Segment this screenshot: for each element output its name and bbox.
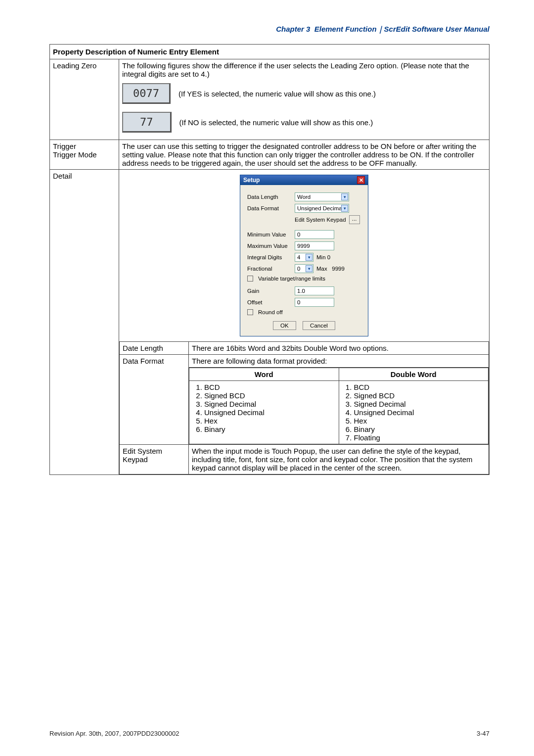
cancel-button[interactable]: Cancel [303, 321, 335, 330]
row-label-trigger: TriggerTrigger Mode [50, 140, 119, 170]
label-variable-limits: Variable target/range limits [258, 276, 325, 282]
yes-note: (If YES is selected, the numeric value w… [178, 90, 376, 98]
setup-dialog: Setup ✕ Data Length ▾ Data Format ▾ Edit… [240, 175, 368, 336]
chevron-down-icon[interactable]: ▾ [341, 205, 348, 212]
row-content-leading-zero: The following figures show the differenc… [119, 59, 490, 140]
input-min-value[interactable] [295, 230, 334, 239]
label-offset: Offset [247, 299, 292, 305]
sub-desc-edit-keypad: When the input mode is Touch Popup, the … [189, 445, 489, 474]
word-list-cell: BCD Signed BCD Signed Decimal Unsigned D… [189, 381, 339, 444]
list-item: Signed BCD [204, 391, 336, 400]
page-number: 3-47 [477, 730, 490, 737]
chapter: Chapter 3 [276, 25, 310, 33]
input-gain[interactable] [295, 286, 334, 295]
label-gain: Gain [247, 288, 292, 294]
list-item: BCD [204, 383, 336, 391]
input-offset[interactable] [295, 298, 334, 307]
page-header: Chapter 3 Element Function｜ScrEdit Softw… [49, 25, 490, 34]
list-item: Hex [204, 417, 336, 425]
dialog-titlebar: Setup ✕ [240, 175, 368, 185]
label-integral: Integral Digits [247, 254, 292, 260]
leading-zero-desc: The following figures show the differenc… [122, 61, 486, 78]
section: Element Function [314, 25, 377, 33]
label-round-off: Round off [258, 309, 283, 315]
property-table: Property Description of Numeric Entry El… [49, 44, 490, 475]
checkbox-round-off[interactable] [247, 309, 253, 315]
col-head-word: Word [189, 368, 339, 381]
label-data-length: Data Length [247, 194, 292, 200]
label-edit-keypad: Edit System Keypad [295, 217, 346, 223]
manual: ScrEdit Software User Manual [384, 25, 490, 33]
display-no: 77 [122, 112, 172, 133]
list-item: Hex [354, 417, 486, 425]
sub-label-date-length: Date Length [120, 342, 189, 355]
row-label-leading-zero: Leading Zero [50, 59, 119, 140]
chevron-down-icon[interactable]: ▾ [306, 265, 312, 272]
label-max-value: Maximum Value [247, 243, 292, 249]
sub-label-data-format: Data Format [120, 355, 189, 445]
chevron-down-icon[interactable]: ▾ [341, 193, 348, 200]
list-item: Binary [204, 425, 336, 433]
revision-text: Revision Apr. 30th, 2007, 2007PDD2300000… [49, 730, 179, 737]
label-min: Min 0 [316, 254, 330, 260]
list-item: BCD [354, 383, 486, 391]
edit-keypad-button[interactable]: ... [349, 215, 360, 224]
ok-button[interactable]: OK [273, 321, 296, 330]
list-item: Binary [354, 425, 486, 433]
list-item: Signed BCD [354, 391, 486, 400]
label-fractional: Fractional [247, 266, 292, 272]
dialog-title: Setup [243, 177, 260, 184]
detail-subtable: Date Length There are 16bits Word and 32… [119, 341, 489, 474]
close-icon[interactable]: ✕ [357, 176, 365, 184]
col-head-dword: Double Word [339, 368, 489, 381]
input-max-value[interactable] [295, 241, 334, 250]
sub-desc-date-length: There are 16bits Word and 32bits Double … [189, 342, 489, 355]
page-footer: Revision Apr. 30th, 2007, 2007PDD2300000… [49, 730, 490, 737]
label-max: Max 9999 [316, 266, 345, 272]
dword-list-cell: BCD Signed BCD Signed Decimal Unsigned D… [339, 381, 489, 444]
display-yes: 0077 [122, 83, 171, 104]
label-data-format: Data Format [247, 205, 292, 211]
sub-label-edit-keypad: Edit SystemKeypad [120, 445, 189, 474]
chevron-down-icon[interactable]: ▾ [306, 254, 312, 261]
no-note: (If NO is selected, the numeric value wi… [179, 118, 373, 127]
format-table: Word Double Word BCD Signed BCD Signed D… [189, 368, 489, 444]
list-item: Unsigned Decimal [204, 408, 336, 417]
row-label-detail: Detail [50, 170, 119, 475]
table-title: Property Description of Numeric Entry El… [50, 45, 490, 59]
list-item: Unsigned Decimal [354, 408, 486, 417]
list-item: Signed Decimal [204, 400, 336, 408]
list-item: Signed Decimal [354, 400, 486, 408]
label-min-value: Minimum Value [247, 232, 292, 237]
sub-intro-data-format: There are following data format provided… [189, 355, 489, 368]
checkbox-variable-limits[interactable] [247, 276, 253, 282]
row-content-trigger: The user can use this setting to trigger… [119, 140, 490, 170]
list-item: Floating [354, 433, 486, 442]
